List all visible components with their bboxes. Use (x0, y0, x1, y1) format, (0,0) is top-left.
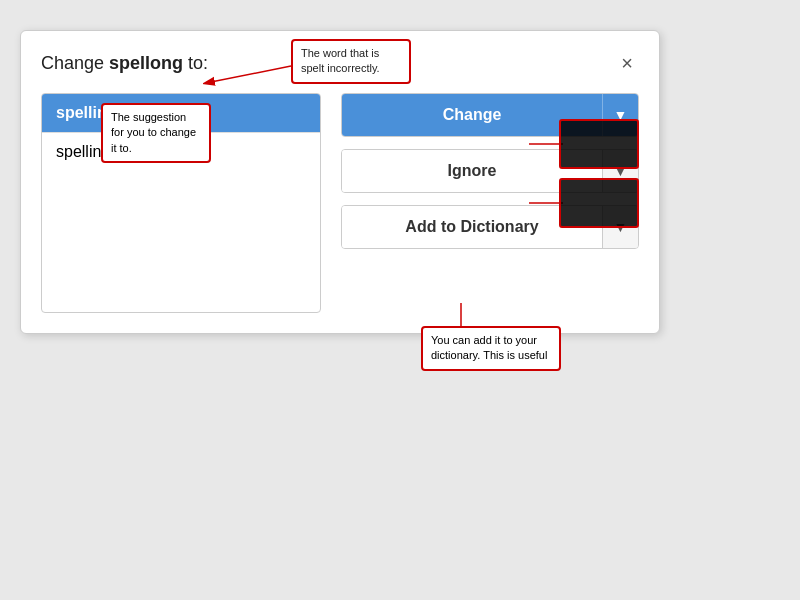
dialog-title: Change spellong to: (41, 53, 208, 74)
annotation-misspelled: The word that is spelt incorrectly. (291, 39, 411, 84)
ignore-highlight-box (559, 178, 639, 228)
title-prefix: Change (41, 53, 109, 73)
annotation-dictionary: You can add it to your dictionary. This … (421, 326, 561, 371)
spell-check-dialog: Change spellong to: × spelling spelling … (20, 30, 660, 334)
title-suffix: to: (183, 53, 208, 73)
misspelled-word: spellong (109, 53, 183, 73)
change-highlight-box (559, 119, 639, 169)
close-button[interactable]: × (615, 51, 639, 75)
annotation-suggestion: The suggestion for you to change it to. (101, 103, 211, 163)
